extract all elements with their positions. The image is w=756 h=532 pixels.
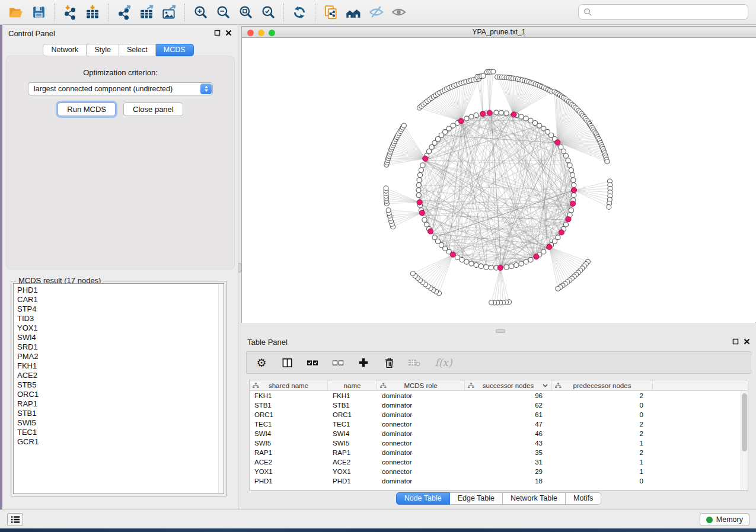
import-table-button[interactable] (81, 2, 104, 23)
mcds-result-item[interactable]: STP4 (14, 305, 224, 314)
column-header-name[interactable]: name (328, 380, 377, 390)
mcds-result-item[interactable]: YOX1 (14, 323, 224, 333)
horizontal-divider-handle[interactable] (496, 329, 505, 333)
mcds-list-scrollbar[interactable] (218, 284, 224, 493)
select-all-button[interactable] (306, 356, 319, 369)
function-builder-button[interactable]: f(x) (433, 356, 454, 369)
close-panel-button[interactable]: Close panel (123, 102, 183, 116)
search-input[interactable] (578, 4, 748, 20)
mcds-result-item[interactable]: STB1 (14, 409, 224, 418)
close-panel-icon[interactable] (744, 338, 750, 345)
tab-mcds[interactable]: MCDS (156, 44, 194, 56)
table-row[interactable]: ORC1ORC1dominator610 (250, 410, 748, 419)
cell-shared_name: RAP1 (250, 448, 328, 457)
export-network-button[interactable] (113, 2, 135, 23)
import-table-icon (85, 5, 100, 20)
float-panel-icon[interactable] (732, 338, 739, 345)
tab-edge-table[interactable]: Edge Table (450, 492, 503, 505)
zoom-out-button[interactable] (212, 2, 234, 23)
task-history-button[interactable] (7, 513, 23, 526)
window-close-icon[interactable] (247, 30, 254, 36)
mcds-result-item[interactable]: RAP1 (14, 399, 224, 409)
zoom-fit-button[interactable] (234, 2, 257, 23)
first-neighbors-button[interactable] (342, 2, 365, 23)
mcds-result-item[interactable]: PHD1 (14, 284, 224, 295)
tab-network-table[interactable]: Network Table (503, 492, 566, 505)
trash-icon (384, 357, 395, 368)
status-bar: Memory (0, 509, 756, 528)
show-columns-button[interactable] (280, 356, 294, 369)
save-button[interactable] (27, 2, 50, 23)
add-row-button[interactable] (357, 356, 370, 369)
refresh-button[interactable] (288, 2, 311, 23)
cell-name: SWI4 (328, 429, 377, 438)
table-row[interactable]: STB1STB1dominator620 (250, 400, 748, 410)
show-all-button[interactable] (387, 2, 410, 23)
mcds-result-item[interactable]: TEC1 (14, 428, 224, 437)
table-row[interactable]: YOX1YOX1connector291 (250, 467, 748, 476)
table-row[interactable]: SWI5SWI5connector431 (250, 438, 748, 448)
hide-selected-button[interactable] (365, 2, 387, 23)
cell-shared_name: YOX1 (250, 467, 328, 476)
eye-icon (391, 4, 407, 20)
memory-button[interactable]: Memory (700, 513, 749, 526)
tab-style[interactable]: Style (87, 44, 119, 56)
import-network-icon (62, 5, 78, 20)
mcds-result-item[interactable]: ACE2 (14, 371, 224, 380)
table-row[interactable]: ACE2ACE2connector311 (250, 457, 748, 467)
import-network-button[interactable] (59, 2, 81, 23)
tab-network[interactable]: Network (43, 44, 87, 56)
open-button[interactable] (5, 2, 27, 23)
column-header-successor-nodes[interactable]: successor nodes (465, 380, 552, 390)
table-row[interactable]: PHD1PHD1dominator180 (250, 476, 748, 486)
export-table-button[interactable] (135, 2, 158, 23)
window-zoom-icon[interactable] (269, 30, 275, 36)
float-panel-icon[interactable] (214, 30, 221, 36)
network-canvas[interactable] (242, 38, 755, 323)
criterion-select[interactable]: largest connected component (undirected) (28, 82, 213, 95)
tab-node-table[interactable]: Node Table (396, 492, 450, 505)
deselect-all-button[interactable] (331, 356, 344, 369)
export-network-icon (116, 5, 132, 20)
mcds-result-item[interactable]: SWI4 (14, 333, 224, 342)
column-header-MCDS-role[interactable]: MCDS role (377, 380, 465, 390)
mcds-result-item[interactable]: PMA2 (14, 352, 224, 361)
duplicate-network-button[interactable] (320, 2, 342, 23)
column-header-shared-name[interactable]: shared name (250, 380, 328, 390)
table-row[interactable]: SWI4SWI4dominator462 (250, 429, 748, 438)
mcds-result-item[interactable]: GCR1 (14, 437, 224, 447)
window-minimize-icon[interactable] (258, 30, 264, 36)
table-row[interactable]: RAP1RAP1dominator352 (250, 448, 748, 457)
table-row[interactable]: TEC1TEC1connector472 (250, 419, 748, 429)
tab-motifs[interactable]: Motifs (566, 492, 601, 505)
network-window-titlebar[interactable]: YPA_prune.txt_1 (242, 27, 756, 38)
export-image-button[interactable] (158, 2, 180, 23)
toolbar-separator (54, 4, 55, 21)
mcds-result-item[interactable]: SRD1 (14, 342, 224, 352)
zoom-selected-button[interactable] (257, 2, 279, 23)
node-table[interactable]: shared namenameMCDS rolesuccessor nodesp… (249, 380, 748, 491)
table-row[interactable]: FKH1FKH1dominator962 (250, 391, 748, 400)
run-mcds-button[interactable]: Run MCDS (58, 102, 116, 116)
table-scrollbar[interactable] (741, 391, 748, 490)
cell-successor_nodes: 61 (465, 410, 552, 419)
mcds-result-list[interactable]: PHD1CAR1STP4TID3YOX1SWI4SRD1PMA2FKH1ACE2… (13, 283, 224, 494)
close-panel-icon[interactable] (225, 30, 232, 36)
mcds-result-item[interactable]: SWI5 (14, 418, 224, 428)
mcds-result-item[interactable]: CAR1 (14, 295, 224, 305)
cell-name: SWI5 (328, 438, 377, 448)
table-settings-button[interactable]: ⚙ (255, 356, 268, 369)
vertical-divider-handle[interactable] (238, 263, 241, 273)
zoom-in-button[interactable] (189, 2, 212, 23)
delete-row-button[interactable] (382, 356, 395, 369)
column-namespace-icon (380, 383, 387, 389)
network-graph[interactable] (242, 38, 755, 323)
mcds-result-item[interactable]: FKH1 (14, 361, 224, 371)
mcds-result-item[interactable]: TID3 (14, 314, 224, 323)
delete-table-button[interactable] (408, 356, 421, 369)
mcds-result-item[interactable]: STB5 (14, 380, 224, 390)
scrollbar-thumb[interactable] (742, 393, 747, 451)
mcds-result-item[interactable]: ORC1 (14, 390, 224, 399)
column-header-predecessor-nodes[interactable]: predecessor nodes (552, 380, 653, 390)
tab-select[interactable]: Select (119, 44, 156, 56)
